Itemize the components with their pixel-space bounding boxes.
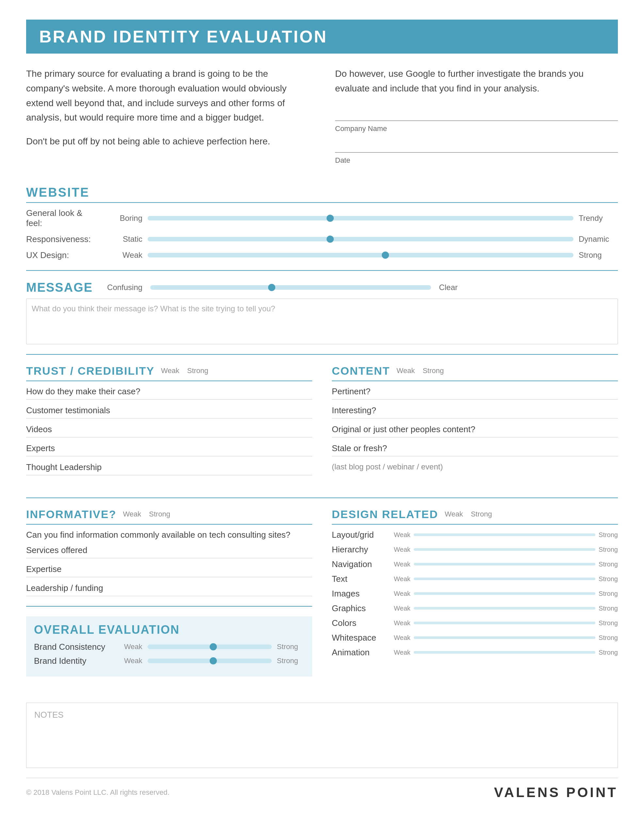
design-item-7: Whitespace Weak Strong bbox=[332, 633, 618, 643]
design-section: DESIGN RELATED Weak Strong Layout/grid W… bbox=[332, 508, 618, 686]
message-textarea[interactable]: What do you think their message is? What… bbox=[26, 299, 618, 344]
design-weak-3: Weak bbox=[394, 575, 411, 583]
ux-track[interactable] bbox=[148, 253, 573, 257]
content-item-label-0: Pertinent? bbox=[332, 386, 618, 397]
design-item-2: Navigation Weak Strong bbox=[332, 559, 618, 569]
website-slider-responsiveness: Responsiveness: Static Dynamic bbox=[26, 234, 618, 244]
design-weak-7: Weak bbox=[394, 634, 411, 642]
trust-item-1: Videos bbox=[26, 425, 312, 437]
design-row-track-8[interactable] bbox=[414, 651, 595, 654]
company-name-field[interactable]: Company Name bbox=[335, 109, 618, 134]
overall-strong-0: Strong bbox=[277, 643, 298, 651]
informative-header-row: INFORMATIVE? Weak Strong bbox=[26, 508, 312, 524]
overall-title: OVERALL EVALUATION bbox=[34, 623, 304, 637]
design-strong-3: Strong bbox=[599, 575, 618, 583]
general-track[interactable] bbox=[148, 216, 573, 220]
content-item-2: Original or just other peoples content? bbox=[332, 425, 618, 437]
design-row-label-0: Layout/grid bbox=[332, 530, 390, 540]
design-row-track-0[interactable] bbox=[414, 534, 595, 536]
informative-intro-label: Can you find information commonly availa… bbox=[26, 530, 312, 540]
informative-item-label-1: Expertise bbox=[26, 564, 312, 574]
design-row-track-7[interactable] bbox=[414, 636, 595, 639]
trust-section: TRUST / CREDIBILITY Weak Strong How do t… bbox=[26, 365, 312, 481]
trust-header-row: TRUST / CREDIBILITY Weak Strong bbox=[26, 365, 312, 381]
design-weak-5: Weak bbox=[394, 605, 411, 612]
informative-slider-row: Weak Strong bbox=[123, 510, 170, 518]
design-row-track-2[interactable] bbox=[414, 563, 595, 566]
overall-label-1: Brand Identity bbox=[34, 656, 119, 666]
design-row-label-3: Text bbox=[332, 574, 390, 584]
design-row-track-1[interactable] bbox=[414, 548, 595, 551]
overall-weak-1: Weak bbox=[124, 657, 142, 665]
informative-item-0: Services offered bbox=[26, 545, 312, 558]
company-name-label: Company Name bbox=[335, 123, 618, 134]
general-label: General look & feel: bbox=[26, 208, 98, 228]
design-strong-5: Strong bbox=[599, 605, 618, 612]
page-wrapper: BRAND IDENTITY EVALUATION The primary so… bbox=[26, 19, 618, 800]
trust-item-0: Customer testimonials bbox=[26, 405, 312, 418]
informative-strong-label: Strong bbox=[149, 510, 170, 518]
design-row-track-5[interactable] bbox=[414, 607, 595, 609]
informative-section: INFORMATIVE? Weak Strong Can you find in… bbox=[26, 508, 312, 686]
trust-weak-label: Weak bbox=[161, 367, 179, 375]
website-section: WEBSITE General look & feel: Boring Tren… bbox=[26, 185, 618, 261]
footer-copyright: © 2018 Valens Point LLC. All rights rese… bbox=[26, 788, 170, 797]
content-item-1: Interesting? bbox=[332, 405, 618, 418]
message-left-label: Confusing bbox=[107, 283, 142, 292]
message-header-row: MESSAGE Confusing Clear bbox=[26, 281, 618, 295]
content-strong-label: Strong bbox=[422, 367, 444, 375]
date-field[interactable]: Date bbox=[335, 141, 618, 166]
design-row-label-6: Colors bbox=[332, 618, 390, 628]
design-row-track-3[interactable] bbox=[414, 577, 595, 580]
responsiveness-track[interactable] bbox=[148, 237, 573, 241]
trust-intro-item: How do they make their case? bbox=[26, 386, 312, 399]
content-item-label-4: (last blog post / webinar / event) bbox=[332, 462, 618, 471]
content-title: CONTENT bbox=[332, 365, 390, 377]
design-slider-row: Weak Strong bbox=[445, 510, 492, 518]
informative-weak-label: Weak bbox=[123, 510, 141, 518]
notes-section[interactable]: NOTES bbox=[26, 703, 618, 768]
trust-item-label-2: Experts bbox=[26, 443, 312, 453]
general-right: Trendy bbox=[579, 214, 618, 223]
footer-brand: VALENS POINT bbox=[494, 785, 618, 800]
date-label: Date bbox=[335, 154, 618, 166]
overall-track-0[interactable] bbox=[148, 645, 272, 649]
message-section-title: MESSAGE bbox=[26, 281, 93, 295]
design-header-row: DESIGN RELATED Weak Strong bbox=[332, 508, 618, 524]
design-title: DESIGN RELATED bbox=[332, 508, 438, 521]
design-item-8: Animation Weak Strong bbox=[332, 648, 618, 658]
design-row-track-4[interactable] bbox=[414, 592, 595, 595]
website-slider-general: General look & feel: Boring Trendy bbox=[26, 208, 618, 228]
design-weak-label: Weak bbox=[445, 510, 463, 518]
design-weak-6: Weak bbox=[394, 619, 411, 627]
intro-left: The primary source for evaluating a bran… bbox=[26, 67, 309, 172]
design-item-1: Hierarchy Weak Strong bbox=[332, 545, 618, 555]
message-track[interactable] bbox=[150, 285, 431, 290]
trust-item-label-1: Videos bbox=[26, 425, 312, 434]
content-item-label-1: Interesting? bbox=[332, 405, 618, 415]
design-strong-2: Strong bbox=[599, 561, 618, 568]
notes-label: NOTES bbox=[34, 710, 64, 720]
intro-para1: The primary source for evaluating a bran… bbox=[26, 67, 309, 125]
overall-strong-1: Strong bbox=[277, 657, 298, 665]
design-strong-8: Strong bbox=[599, 649, 618, 656]
informative-divider bbox=[26, 497, 618, 498]
website-divider bbox=[26, 270, 618, 271]
overall-track-1[interactable] bbox=[148, 659, 272, 663]
design-row-track-6[interactable] bbox=[414, 622, 595, 624]
trust-slider-row: Weak Strong bbox=[161, 367, 208, 375]
informative-design-row: INFORMATIVE? Weak Strong Can you find in… bbox=[26, 508, 618, 693]
trust-strong-label: Strong bbox=[187, 367, 208, 375]
design-strong-4: Strong bbox=[599, 590, 618, 597]
overall-row-1: Brand Identity Weak Strong bbox=[34, 656, 304, 666]
design-row-label-7: Whitespace bbox=[332, 633, 390, 643]
header-bar bbox=[340, 19, 618, 53]
overall-row-0: Brand Consistency Weak Strong bbox=[34, 642, 304, 652]
design-weak-1: Weak bbox=[394, 546, 411, 553]
content-slider-row: Weak Strong bbox=[397, 367, 444, 375]
design-weak-2: Weak bbox=[394, 561, 411, 568]
website-section-title: WEBSITE bbox=[26, 185, 618, 203]
content-weak-label: Weak bbox=[397, 367, 415, 375]
overall-divider bbox=[26, 606, 312, 606]
content-item-4: (last blog post / webinar / event) bbox=[332, 462, 618, 474]
